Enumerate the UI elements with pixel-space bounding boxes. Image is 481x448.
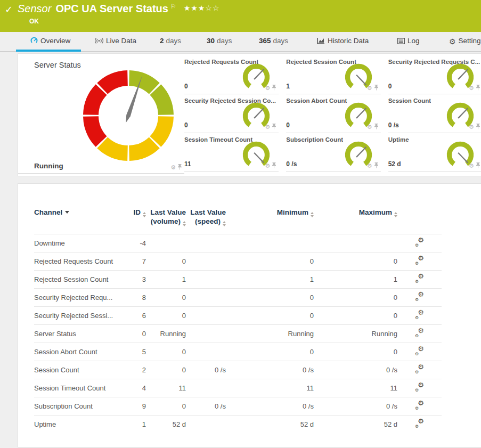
sensor-kind-label: Sensor — [18, 3, 51, 14]
last-value-volume: 0 — [146, 252, 186, 270]
mini-gauge-title: Session Abort Count — [286, 97, 347, 104]
gear-icon[interactable]: ⚙ — [170, 164, 176, 171]
channel-name: Rejected Session Count — [34, 270, 119, 288]
column-header-maximum[interactable]: Maximum — [314, 206, 397, 234]
column-header-channel[interactable]: Channel — [34, 206, 119, 234]
maximum-value: 0 — [314, 288, 397, 306]
edit-channel-icon[interactable]: ⚙⚙ — [415, 274, 424, 283]
pin-icon[interactable] — [476, 124, 480, 129]
mini-gauge-panel: Session Count 0 /s ⚙ — [388, 94, 481, 133]
column-header-last-value-volume[interactable]: Last Value(volume) — [146, 206, 186, 234]
gear-icon[interactable]: ⚙ — [469, 85, 474, 92]
status-badge: OK — [29, 18, 39, 25]
gear-icon[interactable]: ⚙ — [469, 124, 474, 131]
pin-icon[interactable] — [272, 85, 276, 91]
tab-historic-data[interactable]: Historic Data — [317, 37, 369, 45]
pin-icon[interactable] — [374, 162, 379, 168]
pin-icon[interactable] — [272, 162, 276, 168]
pin-icon[interactable] — [272, 124, 276, 129]
tab-365-days[interactable]: 365days — [259, 37, 288, 45]
sensor-header-bar: ✓ SensorOPC UA Server Status⚐★★★☆☆ OK — [0, 0, 481, 32]
gear-icon[interactable]: ⚙ — [265, 124, 270, 131]
edit-channel-icon[interactable]: ⚙⚙ — [415, 346, 424, 355]
maximum-value: 0 /s — [314, 397, 397, 415]
channel-id: 1 — [119, 415, 146, 433]
tab-settings[interactable]: ⚙Settings — [449, 37, 481, 46]
maximum-value: 0 — [314, 343, 397, 361]
tab-overview[interactable]: Overview — [30, 37, 70, 45]
minimum-value: 0 — [226, 306, 314, 324]
mini-gauge-panel: Uptime 52 d ⚙ — [388, 133, 481, 172]
last-value-volume: 11 — [146, 379, 186, 397]
column-header-minimum[interactable]: Minimum — [226, 206, 314, 234]
edit-channel-icon[interactable]: ⚙⚙ — [415, 364, 424, 373]
table-row: Rejected Requests Count 7 0 0 0 ⚙⚙ — [34, 252, 442, 270]
gear-icon[interactable]: ⚙ — [367, 124, 372, 131]
tab-30-days[interactable]: 30days — [207, 37, 232, 45]
last-value-volume: 0 — [146, 397, 186, 415]
gear-icon[interactable]: ⚙ — [367, 85, 372, 92]
edit-channel-icon[interactable]: ⚙⚙ — [415, 256, 424, 265]
gear-icon[interactable]: ⚙ — [469, 162, 474, 169]
tab-2-days[interactable]: 2days — [160, 37, 181, 45]
tab-days-value: 2 — [160, 37, 164, 45]
minimum-value: 0 /s — [226, 361, 314, 379]
minimum-value: 1 — [226, 270, 314, 288]
channel-name: Security Rejected Requ... — [34, 288, 119, 306]
table-row: Server Status 0 Running Running Running … — [34, 324, 442, 343]
edit-channel-icon[interactable]: ⚙⚙ — [415, 328, 424, 337]
edit-channel-icon[interactable]: ⚙⚙ — [415, 382, 424, 392]
last-value-speed — [186, 343, 226, 361]
gear-icon[interactable]: ⚙ — [265, 85, 270, 92]
main-gauge-title: Server Status — [34, 61, 81, 69]
channel-name: Security Rejected Sessi... — [34, 306, 119, 324]
mini-gauges-grid: Rejected Requests Count 0 ⚙ Rejected Ses… — [184, 55, 481, 172]
edit-channel-icon[interactable]: ⚙⚙ — [415, 292, 424, 301]
mini-gauge-panel: Security Rejected Session Co... 0 ⚙ — [184, 94, 279, 133]
last-value-volume: 0 — [146, 306, 186, 324]
priority-stars[interactable]: ★★★☆☆ — [184, 4, 220, 12]
edit-channel-icon[interactable]: ⚙⚙ — [415, 419, 424, 428]
maximum-value: 0 — [314, 252, 397, 270]
last-value-speed — [186, 288, 226, 306]
channel-id: 8 — [119, 288, 146, 306]
live-data-icon — [95, 37, 103, 44]
active-tab-indicator — [16, 50, 81, 52]
mini-gauge-value: 0 — [286, 121, 290, 129]
table-row: Session Abort Count 5 0 0 0 ⚙⚙ — [34, 343, 442, 361]
sort-icon — [394, 212, 397, 217]
pin-icon[interactable] — [476, 162, 480, 168]
tab-label: Live Data — [106, 37, 136, 45]
table-row: Session Timeout Count 4 11 11 11 ⚙⚙ — [34, 379, 442, 397]
edit-channel-icon[interactable]: ⚙⚙ — [415, 238, 424, 247]
tab-live-data[interactable]: Live Data — [95, 37, 136, 45]
flag-icon[interactable]: ⚐ — [170, 3, 176, 10]
column-header-id[interactable]: ID — [119, 206, 146, 234]
pin-icon[interactable] — [177, 164, 182, 170]
edit-channel-icon[interactable]: ⚙⚙ — [415, 401, 424, 410]
gear-icon[interactable]: ⚙ — [367, 162, 372, 169]
sort-icon — [223, 221, 226, 226]
gear-icon[interactable]: ⚙ — [265, 162, 270, 169]
edit-channel-icon[interactable]: ⚙⚙ — [415, 310, 424, 319]
table-row: Subscription Count 9 0 0 /s 0 /s 0 /s ⚙⚙ — [34, 397, 442, 415]
mini-gauge-title: Subscription Count — [286, 136, 343, 143]
mini-gauge-panel: Rejected Requests Count 0 ⚙ — [184, 55, 279, 94]
maximum-value: 1 — [314, 270, 397, 288]
channel-id: 7 — [119, 252, 146, 270]
column-header-last-value-speed[interactable]: Last Value(speed) — [186, 206, 226, 234]
pin-icon[interactable] — [476, 85, 480, 91]
pin-icon[interactable] — [374, 124, 379, 129]
last-value-speed — [186, 252, 226, 270]
mini-gauge-value: 0 — [184, 83, 188, 90]
tab-bar: Overview Live Data 2days 30days 365days … — [0, 32, 481, 52]
table-row: Rejected Session Count 3 1 1 1 ⚙⚙ — [34, 270, 442, 288]
pin-icon[interactable] — [374, 85, 379, 91]
tab-log[interactable]: Log — [397, 37, 420, 45]
table-row: Downtime -4 ⚙⚙ — [34, 234, 442, 252]
channel-id: 4 — [119, 379, 146, 397]
maximum-value: 0 — [314, 306, 397, 324]
table-header-row: Channel ID Last Value(volume) Last Value… — [34, 206, 442, 234]
last-value-speed: 0 /s — [186, 361, 226, 379]
main-gauge-value-cell: Running ⚙ — [18, 159, 184, 174]
